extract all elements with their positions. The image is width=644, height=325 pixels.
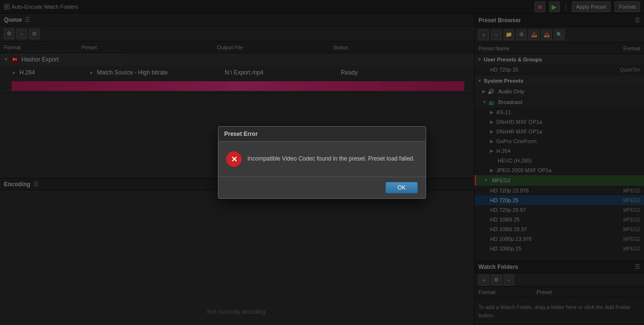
dialog-overlay: Preset Error ✕ Incompatible Video Codec … <box>0 0 644 325</box>
dialog-titlebar: Preset Error <box>218 127 426 142</box>
dialog-error-icon: ✕ <box>226 151 242 167</box>
dialog-footer: OK <box>218 177 426 198</box>
dialog-title: Preset Error <box>224 131 258 137</box>
preset-error-dialog: Preset Error ✕ Incompatible Video Codec … <box>218 126 426 199</box>
dialog-body: ✕ Incompatible Video Codec found in the … <box>218 142 426 177</box>
dialog-message: Incompatible Video Codec found in the pr… <box>247 151 418 163</box>
dialog-ok-button[interactable]: OK <box>385 182 418 193</box>
